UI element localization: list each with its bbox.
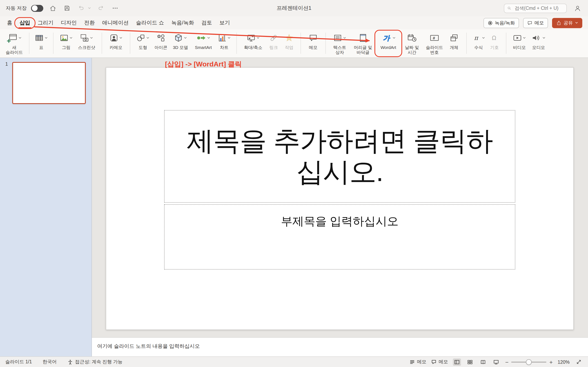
chart-icon [218,33,227,42]
ribbon-button-date-time[interactable]: 날짜 및 시간 [401,31,423,56]
tab-design[interactable]: 디자인 [57,17,80,29]
ribbon-button-screenshot[interactable]: 스크린샷 [76,31,97,56]
ribbon-button-equation[interactable]: π 수식 [471,31,486,56]
record-button[interactable]: 녹음/녹화 [484,18,519,28]
redo-icon [98,5,104,11]
action-icon [285,33,294,42]
zoom-slider-knob[interactable] [526,359,532,365]
notes-pane[interactable]: 여기에 슬라이드 노트의 내용을 입력하십시오 [92,337,588,356]
comments-button[interactable]: 메모 [523,18,548,28]
ribbon-button-label: 개체 [450,45,458,50]
share-button[interactable]: 공유 [552,18,582,28]
tab-label: 녹음/녹화 [171,19,194,26]
share-icon [556,20,562,25]
toggle-knob [32,5,38,11]
chevron-down-icon [343,36,346,40]
svg-text:Ω: Ω [492,35,496,41]
tab-view[interactable]: 보기 [216,17,234,29]
ribbon-button-label: 차트 [220,45,228,50]
more-commands-button[interactable] [111,3,120,13]
ribbon-separator [130,33,130,54]
search-icon [507,6,511,11]
tab-transitions[interactable]: 전환 [80,17,98,29]
ribbon-button-label: 머리글 및 바닥글 [351,45,375,55]
tab-insert[interactable]: 삽입 [16,17,34,29]
ribbon-button-label: 스크린샷 [78,45,95,50]
ribbon-button-chart[interactable]: 차트 [216,31,232,56]
chevron-down-icon [44,36,48,40]
ribbon-button-icons[interactable]: 아이콘 [153,31,169,56]
tab-record[interactable]: 녹음/녹화 [168,17,198,29]
language-indicator[interactable]: 한국어 [43,359,57,365]
ribbon-button-label: 표 [39,45,43,50]
tab-animations[interactable]: 애니메이션 [98,17,132,29]
ribbon-button-object[interactable]: 개체 [446,31,462,56]
undo-button[interactable] [77,3,86,13]
accessibility-status[interactable]: 접근성: 계속 진행 가능 [67,359,122,365]
ribbon-button-picture[interactable]: 그림 [58,31,74,56]
ribbon-button-link[interactable]: 링크 [267,31,281,56]
slideshow-view-button[interactable] [492,358,500,366]
slide[interactable]: 제목을 추가하려면 클릭하 십시오. 부제목을 입력하십시오 [106,67,574,330]
slide-thumbnail-selected[interactable] [12,62,86,104]
slide-sorter-view-button[interactable] [466,358,474,366]
date-time-icon [407,33,417,42]
autosave-toggle[interactable] [31,5,43,12]
zoom-out-button[interactable]: − [505,359,508,365]
chevron-down-icon [575,21,578,25]
save-button[interactable] [62,3,72,13]
search-box[interactable] [504,3,567,13]
search-input[interactable] [514,5,563,11]
tab-review[interactable]: 검토 [198,17,216,29]
zoom-in-button[interactable]: + [549,359,553,365]
title-placeholder[interactable]: 제목을 추가하려면 클릭하 십시오. [164,110,515,203]
record-button-label: 녹음/녹화 [495,20,515,26]
normal-view-button[interactable] [453,358,461,366]
ribbon-button-table[interactable]: 표 [34,31,49,56]
undo-menu-button[interactable] [87,3,92,13]
tab-slideshow[interactable]: 슬라이드 쇼 [132,17,168,29]
comments-toggle-button[interactable]: 메모 [431,359,448,365]
ribbon-button-label: 텍스트 상자 [330,45,349,55]
account-button[interactable] [572,3,582,13]
fit-slide-button[interactable] [575,358,583,366]
ribbon-button-wordart[interactable]: 가 WordArt [377,31,400,56]
slide-thumbnail-panel: 1 [0,58,92,356]
main-area: 1 제목을 추가하려면 클릭하 십시오. 부제목을 입력하십시오 여기에 슬라이… [0,58,588,356]
ribbon-button-slide-number[interactable]: # 슬라이드 번호 [424,31,445,56]
ribbon-button-3d-model[interactable]: 3D 모델 [171,31,190,56]
normal-view-icon [454,359,460,365]
ribbon-button-zoom[interactable]: 확대/축소 [241,31,265,56]
zoom-slider[interactable] [511,361,546,362]
zoom-level[interactable]: 120% [558,359,570,364]
notes-toggle-button[interactable]: 메모 [410,359,426,365]
reading-view-button[interactable] [479,358,487,366]
autosave-label: 자동 저장 [6,5,27,12]
home-button[interactable] [48,3,58,13]
ribbon-button-header-footer[interactable]: 머리글 및 바닥글 [351,31,375,56]
ribbon-button-shapes[interactable]: 도형 [135,31,151,56]
tab-home[interactable]: 홈 [3,17,16,29]
ribbon-button-text-box[interactable]: 텍스트 상자 [330,31,349,56]
title-bar: 자동 저장 프레젠테이션1 [0,0,588,16]
subtitle-placeholder[interactable]: 부제목을 입력하십시오 [164,204,515,269]
ribbon-button-symbol[interactable]: Ω 기호 [488,31,502,56]
ribbon-button-new-slide[interactable]: 새 슬라이드 [4,31,25,56]
chevron-down-icon [90,36,93,40]
screenshot-icon [80,33,89,42]
ribbon-button-cameo[interactable]: 카메오 [107,31,125,56]
tab-draw[interactable]: 그리기 [34,17,57,29]
ribbon-button-action[interactable]: 작업 [282,31,296,56]
ribbon-button-smartart[interactable]: SmartArt [192,31,215,56]
chevron-down-icon [88,7,91,10]
ribbon-button-comment[interactable]: 메모 [305,31,321,56]
wordart-icon: 가 [381,33,392,42]
redo-button[interactable] [96,3,106,13]
ribbon-button-video[interactable]: 비디오 [511,31,528,56]
ribbon-button-audio[interactable]: 오디오 [530,31,548,56]
tab-label: 삽입 [20,19,30,26]
tab-label: 보기 [219,19,230,26]
comment-icon [527,20,532,25]
chevron-down-icon [18,36,22,40]
subtitle-placeholder-text: 부제목을 입력하십시오 [164,214,515,229]
